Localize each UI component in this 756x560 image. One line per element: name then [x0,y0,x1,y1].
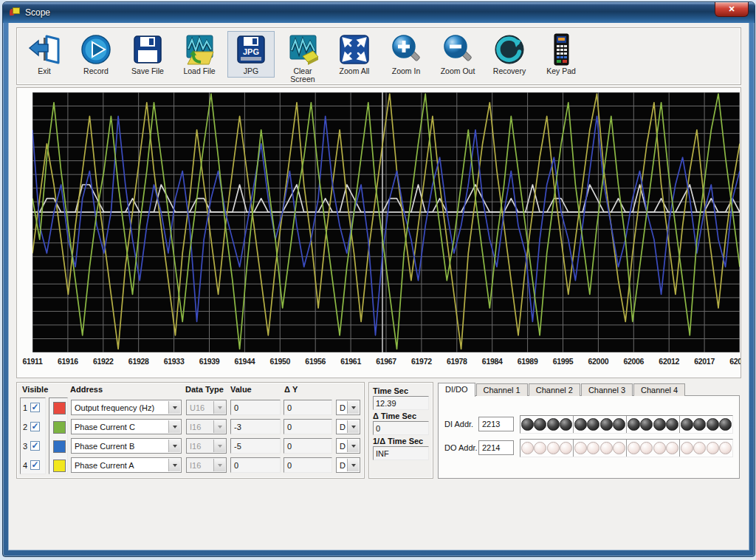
di-led [681,418,693,431]
di-led [613,418,625,431]
zoom-out-icon [441,33,474,66]
address-select-2[interactable]: Phase Current C [71,419,182,434]
chevron-down-icon [168,401,180,414]
x-axis: 6191161916619226192861933619396194461950… [32,354,740,372]
row-number: 2 [23,423,27,431]
header-value: Value [230,385,252,394]
key-pad-icon [545,33,577,66]
window-title: Scope [25,7,50,18]
jpg-button[interactable]: JPG JPG [227,31,275,78]
value-field-1: 0 [230,400,281,415]
x-axis-label: 61933 [164,357,185,366]
di-addr-label: DI Addr. [444,420,473,428]
di-led [693,418,706,431]
di-led [534,418,546,431]
data-type-select-4[interactable]: I16 [186,457,227,473]
tab-channel-1[interactable]: Channel 1 [476,383,528,396]
delta-time-label: Δ Time Sec [373,412,429,420]
zoom-in-icon [390,33,422,66]
chevron-down-icon [213,420,225,433]
scope-plot-area[interactable] [32,92,740,352]
di-led [547,418,560,431]
tab-channel-2[interactable]: Channel 2 [529,383,580,396]
inv-delta-time-label: 1/Δ Time Sec [373,437,429,445]
row-number: 4 [23,461,27,470]
toolbar-label: Recovery [493,67,526,75]
x-axis-label: 61978 [447,357,467,366]
header-data-type: Data Type [185,385,224,394]
x-axis-label: 61995 [553,357,574,366]
channel-table: Visible Address Data Type Value Δ Y 1 2 … [16,382,365,479]
scope-canvas [32,92,740,352]
clear-screen-button[interactable]: Clear Screen [279,31,326,86]
x-axis-label: 61961 [340,357,361,366]
recovery-icon [493,33,526,66]
address-select-1[interactable]: Output frequency (Hz) [71,400,182,415]
row-number: 3 [23,442,27,451]
do-led [653,442,666,454]
d-select-4[interactable]: D [336,457,360,473]
close-icon: ✕ [728,4,735,14]
time-panel: Time Sec 12.39 Δ Time Sec 0 1/Δ Time Sec… [368,382,433,479]
load-file-button[interactable]: Load File [176,31,223,78]
save-file-button[interactable]: Save File [124,31,171,78]
exit-icon [28,33,61,66]
x-axis-label: 61950 [269,357,290,366]
tab-channel-3[interactable]: Channel 3 [581,383,633,396]
toolbar-label: Record [83,67,109,75]
time-sec-label: Time Sec [373,386,429,395]
recovery-button[interactable]: Recovery [486,31,533,78]
address-select-4[interactable]: Phase Current A [71,457,182,473]
di-addr-field[interactable]: 2213 [478,417,514,431]
do-led [613,442,625,454]
chevron-down-icon [347,459,359,471]
toolbar-label: Zoom In [392,67,421,75]
x-axis-label: 62000 [588,357,609,366]
key-pad-button[interactable]: Key Pad [537,31,585,78]
d-select-3[interactable]: D [336,438,360,454]
jpg-icon: JPG [235,33,267,66]
visible-checkbox-2[interactable]: ✓ [30,422,40,431]
delta-time-value: 0 [373,421,429,435]
data-type-select-3[interactable]: I16 [186,438,227,454]
color-swatch-4[interactable] [53,460,66,472]
zoom-out-button[interactable]: Zoom Out [434,31,481,78]
x-axis-label: 61956 [305,357,326,366]
header-visible: Visible [22,385,48,394]
record-button[interactable]: Record [72,31,120,78]
tab-channel-4[interactable]: Channel 4 [633,383,685,396]
x-axis-label: 61984 [482,357,503,366]
do-led [547,442,560,454]
title-bar[interactable]: Scope ✕ [3,2,755,23]
d-select-1[interactable]: D [336,400,360,415]
toolbar-label: Clear Screen [290,67,315,83]
d-select-2[interactable]: D [336,419,360,434]
close-button[interactable]: ✕ [715,2,749,17]
toolbar-label: Save File [131,67,164,75]
x-axis-label: 61967 [376,357,396,366]
visible-checkbox-4[interactable]: ✓ [30,460,40,470]
color-swatch-1[interactable] [53,402,66,414]
led-group-separator [679,416,680,433]
color-swatch-3[interactable] [53,440,66,453]
data-type-select-1[interactable]: U16 [186,400,227,415]
toolbar-label: Zoom All [340,67,370,75]
visible-checkbox-3[interactable]: ✓ [30,441,40,451]
svg-text:JPG: JPG [243,47,259,56]
data-type-select-2[interactable]: I16 [186,419,227,434]
tab-dido[interactable]: DI/DO [438,383,475,397]
color-swatch-2[interactable] [53,421,66,434]
x-axis-label: 61972 [411,357,432,366]
address-select-3[interactable]: Phase Current B [71,438,182,454]
do-led [719,442,732,454]
x-axis-label: 61939 [199,357,220,366]
exit-button[interactable]: Exit [21,31,68,78]
header-address: Address [70,385,103,394]
client-area: Exit Record Save File [8,23,749,550]
zoom-all-button[interactable]: Zoom All [331,31,378,78]
zoom-in-button[interactable]: Zoom In [382,31,430,78]
di-led [560,418,572,431]
do-addr-field[interactable]: 2214 [478,440,514,455]
led-group-separator [573,440,574,457]
visible-checkbox-1[interactable]: ✓ [30,403,40,412]
